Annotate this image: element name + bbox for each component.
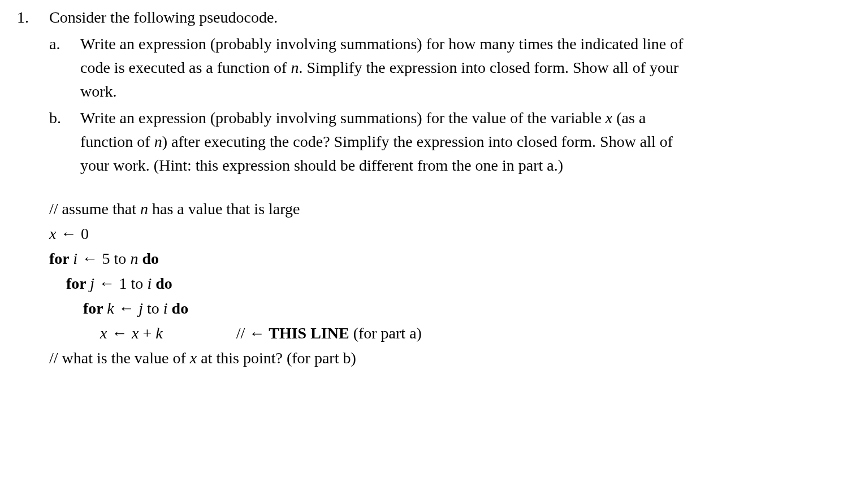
var-i: i (163, 299, 168, 317)
pseudocode-block: // assume that n has a value that is lar… (49, 197, 846, 370)
var-x: x (190, 349, 197, 367)
var-n: n (140, 200, 148, 218)
text-plain: // assume that (49, 200, 140, 218)
text-plain: has a value that is large (148, 200, 300, 218)
sub-text-a: Write an expression (probably involving … (80, 32, 702, 103)
var-x: x (100, 324, 107, 342)
keyword-for: for (49, 250, 73, 267)
plus-op: + (139, 324, 155, 342)
code-comment-value: // what is the value of x at this point?… (49, 346, 846, 370)
arrow-icon: ← (77, 250, 102, 267)
var-x: x (132, 324, 139, 342)
code-body-line: x ← x + k// ← THIS LINE (for part a) (49, 321, 846, 345)
var-k: k (107, 299, 114, 317)
problem-number: 1. (17, 6, 45, 29)
var-x: x (49, 225, 56, 242)
problem-content: Consider the following pseudocode. a. Wr… (49, 6, 846, 371)
var-i: i (73, 250, 77, 267)
code-assign-x: x ← 0 (49, 222, 846, 246)
comment-emphasis: THIS LINE (269, 324, 349, 342)
keyword-for: for (66, 275, 90, 292)
sub-text-b: Write an expression (probably involving … (80, 106, 702, 177)
text-plain: 1 to (119, 275, 148, 292)
problem-intro: Consider the following pseudocode. (49, 6, 846, 29)
arrow-icon: ← (114, 299, 139, 317)
code-for-j: for j ← 1 to i do (49, 272, 846, 296)
sub-letter-a: a. (49, 32, 76, 56)
sub-letter-b: b. (49, 106, 76, 130)
problem-block: 1. Consider the following pseudocode. a.… (17, 6, 848, 371)
comment-suffix: (for part a) (349, 324, 422, 342)
var-n: n (291, 59, 299, 76)
var-x: x (606, 109, 612, 127)
comment-prefix: // ← (236, 324, 269, 342)
keyword-do: do (168, 299, 189, 317)
sub-item-b: b. Write an expression (probably involvi… (49, 106, 846, 177)
keyword-do: do (152, 275, 172, 292)
text-plain: to (143, 299, 163, 317)
sub-item-a: a. Write an expression (probably involvi… (49, 32, 846, 103)
arrow-icon: ← (94, 275, 119, 292)
code-for-k: for k ← j to i do (49, 297, 846, 320)
var-n: n (154, 133, 162, 150)
var-j: j (90, 275, 94, 292)
var-i: i (147, 275, 152, 292)
text-plain: ) after executing the code? Simplify the… (80, 133, 673, 174)
arrow-icon: ← (107, 324, 132, 342)
text-plain: Write an expression (probably involving … (80, 109, 606, 127)
code-comment-assume: // assume that n has a value that is lar… (49, 197, 846, 221)
var-n: n (130, 250, 138, 267)
arrow-icon: ← (56, 225, 81, 242)
text-plain: at this point? (for part b) (197, 349, 356, 367)
code-for-i: for i ← 5 to n do (49, 247, 846, 271)
var-j: j (139, 299, 143, 317)
text-plain: // what is the value of (49, 349, 190, 367)
literal-zero: 0 (81, 225, 89, 242)
keyword-do: do (138, 250, 159, 267)
var-k: k (155, 324, 162, 342)
text-plain: 5 to (102, 250, 131, 267)
keyword-for: for (83, 299, 107, 317)
